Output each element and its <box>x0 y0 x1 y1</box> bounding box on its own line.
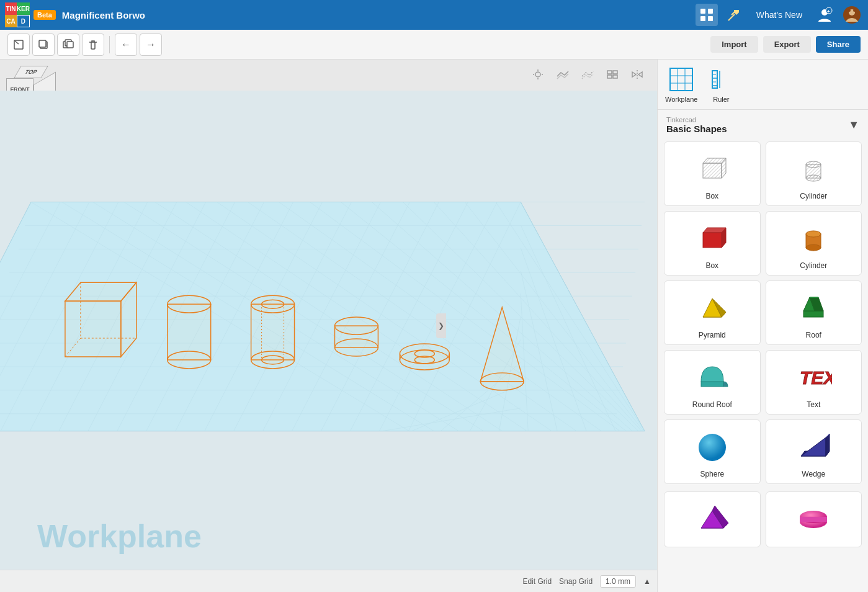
shape-cylinder-orange-label: Cylinder <box>800 261 827 270</box>
shape-more-2[interactable] <box>766 491 862 547</box>
pyramid-icon <box>692 287 732 327</box>
sphere-icon <box>692 426 732 466</box>
shape-text[interactable]: TEXT Text <box>766 350 862 415</box>
shape-roof[interactable]: Roof <box>766 280 862 345</box>
svg-point-107 <box>334 339 378 356</box>
svg-rect-18 <box>67 42 73 48</box>
ruler-tool[interactable]: Ruler <box>707 66 735 103</box>
whats-new-button[interactable]: What's New <box>750 7 808 22</box>
logo-ca: CA <box>5 15 17 27</box>
svg-rect-89 <box>65 301 121 357</box>
light-button[interactable] <box>528 65 548 84</box>
round-roof-icon <box>692 357 732 397</box>
logo-d: D <box>17 15 30 27</box>
cube-top-face[interactable]: TOP <box>14 66 48 78</box>
toolbar-separator <box>109 36 110 53</box>
svg-point-19 <box>535 72 540 77</box>
shape-text-label: Text <box>807 400 820 409</box>
import-button[interactable]: Import <box>710 36 758 53</box>
undo-button[interactable]: ← <box>115 34 137 56</box>
svg-point-96 <box>168 295 211 313</box>
delete-button[interactable] <box>82 34 104 56</box>
svg-rect-26 <box>607 75 612 78</box>
box-gray-icon <box>692 148 732 188</box>
share-button[interactable]: Share <box>816 36 861 53</box>
svg-point-111 <box>414 350 434 357</box>
shape-roof-label: Roof <box>806 331 821 339</box>
grid-view-button[interactable] <box>696 4 718 26</box>
logo-ker: KER <box>17 2 30 15</box>
tinkercad-logo: TIN KER CA D <box>5 2 30 27</box>
snap-grid-value[interactable]: 1.0 mm <box>600 575 636 588</box>
svg-point-134 <box>806 175 821 181</box>
roof-icon <box>794 287 833 327</box>
new-shape-button[interactable] <box>7 34 30 56</box>
shape-sphere-label: Sphere <box>700 470 724 478</box>
shape-pyramid[interactable]: Pyramid <box>664 280 761 345</box>
smooth-view-button[interactable] <box>553 65 573 84</box>
shapes-header: Tinkercad Basic Shapes ▼ <box>658 110 868 138</box>
svg-text:TEXT: TEXT <box>800 367 832 388</box>
pickaxe-icon-button[interactable] <box>723 4 745 26</box>
more-shape-1-icon <box>692 498 732 538</box>
svg-rect-1 <box>708 9 713 14</box>
snap-grid-arrow[interactable]: ▲ <box>643 577 651 586</box>
svg-rect-144 <box>803 311 823 317</box>
svg-point-150 <box>699 434 726 461</box>
shape-round-roof-label: Round Roof <box>692 400 732 409</box>
project-name[interactable]: Magnificent Borwo <box>62 10 145 20</box>
redo-button[interactable]: → <box>140 34 162 56</box>
shapes-dropdown-button[interactable]: ▼ <box>848 119 859 132</box>
shape-pyramid-label: Pyramid <box>699 331 726 339</box>
viewport[interactable]: TOP FRONT <box>0 60 657 592</box>
svg-point-140 <box>806 244 821 251</box>
logo-tin: TIN <box>5 2 17 15</box>
duplicate-button[interactable] <box>57 34 79 56</box>
shape-wedge-label: Wedge <box>802 470 825 478</box>
avatar-button[interactable] <box>841 4 863 26</box>
workplane-tool-label: Workplane <box>665 96 697 103</box>
panel-collapse-handle[interactable]: ❯ <box>436 313 446 338</box>
svg-line-13 <box>14 40 19 44</box>
shape-box-gray[interactable]: Box <box>664 141 761 206</box>
svg-rect-24 <box>607 71 612 74</box>
svg-point-106 <box>334 317 378 334</box>
cylinder-gray-icon <box>794 148 833 188</box>
svg-rect-2 <box>700 16 705 21</box>
edit-grid-button[interactable]: Edit Grid <box>522 577 552 586</box>
copy-button[interactable] <box>32 34 55 56</box>
svg-rect-27 <box>613 75 617 78</box>
more-shape-2-icon <box>794 498 833 538</box>
logo-area: TIN KER CA D Beta Magnificent Borwo <box>5 2 145 27</box>
shape-box-red[interactable]: Box <box>664 211 761 276</box>
shape-cylinder-gray[interactable]: Cylinder <box>766 141 862 206</box>
panel-tools: Workplane Ruler <box>658 60 868 110</box>
user-account-button[interactable]: + <box>813 4 836 26</box>
text-icon: TEXT <box>794 357 833 397</box>
svg-rect-129 <box>703 163 722 178</box>
svg-rect-116 <box>670 68 692 91</box>
wireframe-button[interactable] <box>578 65 597 84</box>
svg-point-11 <box>853 9 856 12</box>
svg-point-133 <box>806 161 821 168</box>
shape-round-roof[interactable]: Round Roof <box>664 350 761 415</box>
svg-point-139 <box>806 231 821 237</box>
svg-point-101 <box>262 300 284 308</box>
right-panel: Workplane Ruler <box>657 60 868 592</box>
top-navigation: TIN KER CA D Beta Magnificent Borwo What… <box>0 0 868 30</box>
ruler-tool-label: Ruler <box>713 96 729 103</box>
align-button[interactable] <box>602 65 622 84</box>
svg-line-4 <box>728 14 735 20</box>
svg-point-97 <box>168 351 211 369</box>
shape-cylinder-orange[interactable]: Cylinder <box>766 211 862 276</box>
export-button[interactable]: Export <box>763 36 811 53</box>
svg-point-10 <box>848 9 851 12</box>
mirror-button[interactable] <box>627 65 647 84</box>
shape-wedge[interactable]: Wedge <box>766 419 862 484</box>
shape-sphere[interactable]: Sphere <box>664 419 761 484</box>
svg-rect-15 <box>39 40 46 47</box>
shape-more-1[interactable] <box>664 491 761 547</box>
workplane-tool[interactable]: Workplane <box>665 66 697 103</box>
shapes-category-label: Tinkercad <box>666 116 727 123</box>
svg-text:+: + <box>827 9 830 14</box>
